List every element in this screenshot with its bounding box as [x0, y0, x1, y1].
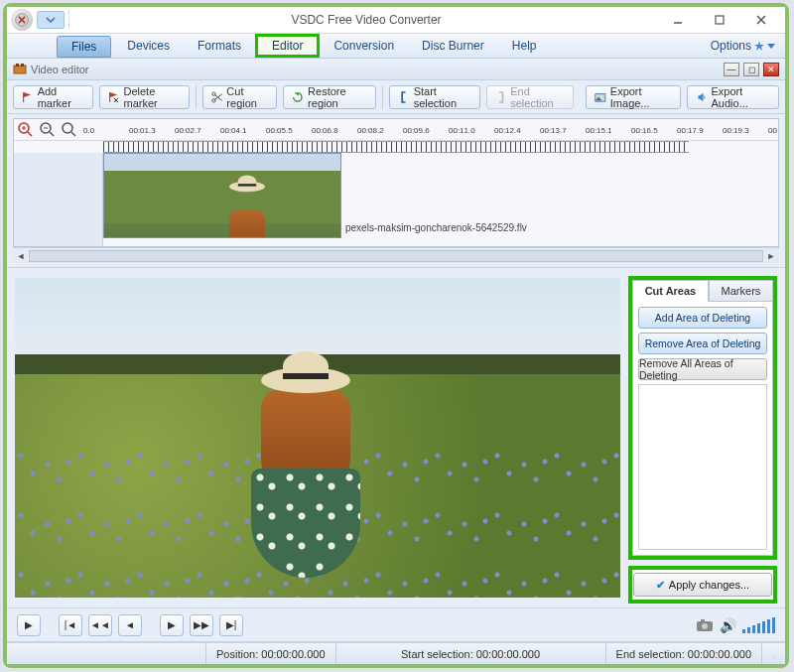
- remove-all-areas-button[interactable]: Remove All Areas of Deleting: [638, 358, 767, 380]
- remove-area-button[interactable]: Remove Area of Deleting: [638, 333, 767, 354]
- volume-slider[interactable]: [742, 617, 775, 633]
- volume-icon[interactable]: 🔊: [720, 617, 736, 633]
- start-selection-button[interactable]: Start selection: [389, 85, 480, 109]
- export-image-button[interactable]: Export Image...: [586, 85, 681, 109]
- restore-region-button[interactable]: Restore region: [283, 85, 376, 109]
- status-bar: Position: 00:00:00.000 Start selection: …: [7, 642, 785, 664]
- delete-marker-label: Delete marker: [123, 85, 180, 109]
- snapshot-icon[interactable]: [696, 617, 714, 633]
- preview-frame: [15, 278, 620, 598]
- go-start-button[interactable]: |◄: [59, 614, 82, 636]
- cut-region-button[interactable]: Cut region: [202, 85, 278, 109]
- panel-title: Video editor: [31, 64, 89, 75]
- preview-subject: [241, 367, 370, 586]
- apply-label: Apply changes...: [669, 579, 749, 591]
- zoom-fit-icon[interactable]: [62, 122, 77, 138]
- main-area: Cut Areas Markers Add Area of Deleting R…: [7, 268, 785, 608]
- apply-panel: ✔ Apply changes...: [628, 566, 777, 604]
- menu-devices[interactable]: Devices: [113, 34, 184, 58]
- options-star-icon: [754, 41, 764, 51]
- app-icon: [11, 9, 33, 31]
- next-frame-button[interactable]: ▶: [160, 614, 184, 636]
- timeline-ruler[interactable]: [103, 141, 689, 153]
- scroll-left-button[interactable]: ◄: [13, 251, 29, 261]
- zoom-out-icon[interactable]: [40, 122, 56, 138]
- close-button[interactable]: [741, 9, 781, 31]
- status-position: Position: 00:00:00.000: [205, 643, 335, 664]
- image-export-icon: [595, 90, 606, 104]
- playback-controls: ▶ |◄ ◄◄ ◄ ▶ ▶▶ ▶| 🔊: [7, 608, 785, 642]
- svg-point-14: [702, 623, 708, 629]
- next-frame-group-button[interactable]: ▶▶: [190, 614, 213, 636]
- svg-rect-2: [716, 16, 724, 24]
- add-marker-label: Add marker: [38, 85, 84, 109]
- apply-changes-button[interactable]: ✔ Apply changes...: [633, 573, 772, 597]
- cut-areas-list[interactable]: [638, 384, 767, 550]
- svg-rect-4: [16, 64, 19, 67]
- timeline: 0.000:01.300:02.700:04.100:05.500:06.800…: [13, 118, 779, 247]
- menu-conversion[interactable]: Conversion: [320, 34, 408, 58]
- menu-options-label: Options: [711, 39, 751, 53]
- window-title: VSDC Free Video Converter: [74, 13, 658, 27]
- add-marker-button[interactable]: Add marker: [13, 85, 93, 109]
- panel-minimize-button[interactable]: —: [724, 63, 739, 76]
- add-area-button[interactable]: Add Area of Deleting: [638, 307, 767, 329]
- svg-rect-3: [14, 66, 26, 73]
- delete-marker-button[interactable]: Delete marker: [99, 85, 190, 109]
- end-selection-button[interactable]: End selection: [486, 85, 575, 109]
- svg-point-12: [63, 123, 72, 133]
- cut-region-label: Cut region: [226, 85, 268, 109]
- menu-disc-burner[interactable]: Disc Burner: [408, 34, 498, 58]
- prev-frame-group-button[interactable]: ◄◄: [88, 614, 112, 636]
- bracket-right-icon: [495, 90, 507, 104]
- bracket-left-icon: [398, 90, 410, 104]
- zoom-in-icon[interactable]: [18, 122, 34, 138]
- timeline-gutter: [14, 153, 103, 246]
- menu-files[interactable]: Files: [57, 36, 111, 58]
- app-window: VSDC Free Video Converter Files Devices …: [3, 3, 789, 668]
- status-end-selection: End selection: 00:00:00.000: [605, 643, 761, 664]
- timeline-scrollbar[interactable]: ◄ ►: [13, 247, 779, 263]
- menu-help[interactable]: Help: [498, 34, 551, 58]
- status-start-selection: Start selection: 00:00:00.000: [335, 643, 605, 664]
- audio-export-icon: [696, 90, 708, 104]
- timeline-tick-labels: 0.000:01.300:02.700:04.100:05.500:06.800…: [83, 124, 778, 135]
- timeline-track[interactable]: pexels-maksim-goncharenok-5642529.flv: [103, 153, 778, 246]
- menu-editor[interactable]: Editor: [255, 34, 320, 58]
- title-bar: VSDC Free Video Converter: [7, 7, 785, 33]
- export-audio-button[interactable]: Export Audio...: [687, 85, 779, 109]
- menu-formats[interactable]: Formats: [184, 34, 255, 58]
- video-preview[interactable]: [15, 278, 620, 598]
- chevron-down-icon: [767, 44, 775, 49]
- check-icon: ✔: [656, 579, 665, 592]
- panel-maximize-button[interactable]: ◻: [743, 63, 759, 76]
- toolbar-separator: [196, 85, 197, 109]
- toolbar-separator: [382, 85, 383, 109]
- panel-close-button[interactable]: ✕: [763, 63, 779, 76]
- play-button[interactable]: ▶: [17, 614, 41, 636]
- scroll-right-button[interactable]: ►: [763, 251, 779, 261]
- clip-filename: pexels-maksim-goncharenok-5642529.flv: [345, 222, 527, 233]
- start-selection-label: Start selection: [414, 85, 471, 109]
- maximize-button[interactable]: [700, 9, 739, 31]
- quick-access-dropdown[interactable]: [37, 11, 65, 29]
- timeline-clip[interactable]: [103, 153, 341, 238]
- go-end-button[interactable]: ▶|: [219, 614, 243, 636]
- tab-cut-areas[interactable]: Cut Areas: [632, 280, 709, 302]
- video-editor-icon: [13, 63, 27, 76]
- minimize-button[interactable]: [658, 9, 698, 31]
- menu-bar: Files Devices Formats Editor Conversion …: [7, 33, 785, 59]
- flag-icon: [22, 90, 34, 104]
- menu-options[interactable]: Options: [711, 34, 775, 58]
- export-audio-label: Export Audio...: [712, 85, 771, 109]
- restore-region-label: Restore region: [308, 85, 367, 109]
- export-image-label: Export Image...: [610, 85, 672, 109]
- status-resize-grip[interactable]: [761, 643, 785, 664]
- panel-header: Video editor — ◻ ✕: [7, 59, 785, 80]
- scroll-track[interactable]: [29, 250, 763, 262]
- timeline-panel: 0.000:01.300:02.700:04.100:05.500:06.800…: [7, 114, 785, 268]
- tab-markers[interactable]: Markers: [709, 280, 773, 302]
- restore-icon: [292, 90, 304, 104]
- end-selection-label: End selection: [510, 85, 565, 109]
- prev-frame-button[interactable]: ◄: [118, 614, 142, 636]
